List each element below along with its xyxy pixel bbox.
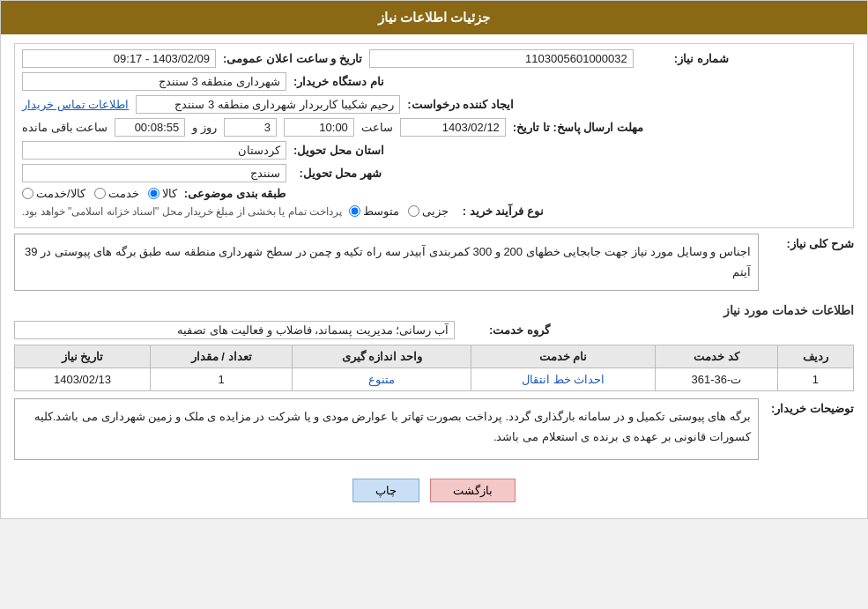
description-label: شرح کلی نیاز: <box>766 237 854 250</box>
col-unit: واحد اندازه گیری <box>293 345 471 368</box>
back-button[interactable]: بازگشت <box>430 479 516 502</box>
purchase-type-note: پرداخت تمام یا بخشی از مبلغ خریدار محل "… <box>22 205 342 218</box>
services-table: ردیف کد خدمت نام خدمت واحد اندازه گیری ت… <box>14 345 854 391</box>
announce-date-value: 1403/02/09 - 09:17 <box>22 49 216 68</box>
col-date: تاریخ نیاز <box>15 345 151 368</box>
deadline-time-label: ساعت <box>361 121 393 134</box>
province-value: کردستان <box>22 141 286 160</box>
purchase-type-label: نوع فرآیند خرید : <box>456 204 544 218</box>
services-section-label: اطلاعات خدمات مورد نیاز <box>14 303 854 317</box>
purchase-medium-label: متوسط <box>363 204 399 218</box>
cell-date: 1403/02/13 <box>15 368 151 390</box>
city-label: شهر محل تحویل: <box>293 167 382 180</box>
buttons-row: بازگشت چاپ <box>14 472 854 509</box>
cell-service-name[interactable]: احداث خط انتقال <box>471 368 656 390</box>
page-title: جزئیات اطلاعات نیاز <box>378 10 490 25</box>
deadline-remaining: 00:08:55 <box>115 118 185 137</box>
category-service-label: کالا/خدمت <box>36 187 85 200</box>
description-value: اجناس و وسایل مورد نیاز جهت جابجایی خطها… <box>14 234 759 291</box>
category-goods-service-label: خدمت <box>108 187 139 200</box>
table-row: 1 ت-36-361 احداث خط انتقال متنوع 1 1403/… <box>15 368 854 390</box>
category-radio-group: کالا/خدمت خدمت کالا <box>22 187 177 200</box>
deadline-days-label: روز و <box>192 121 217 134</box>
page-header: جزئیات اطلاعات نیاز <box>1 1 867 34</box>
deadline-date: 1403/02/12 <box>400 118 506 137</box>
category-option-goods-service[interactable]: خدمت <box>94 187 139 200</box>
service-group-label: گروه خدمت: <box>462 323 550 337</box>
col-service-name: نام خدمت <box>471 345 656 368</box>
announce-date-label: تاریخ و ساعت اعلان عمومی: <box>223 52 362 65</box>
creator-contact-link[interactable]: اطلاعات تماس خریدار <box>22 98 129 111</box>
buyer-org-value: شهرداری منطقه 3 سنندج <box>22 72 286 91</box>
category-option-service[interactable]: کالا/خدمت <box>22 187 85 200</box>
deadline-time: 10:00 <box>284 118 354 137</box>
cell-row-num: 1 <box>777 368 853 390</box>
buyer-org-label: نام دستگاه خریدار: <box>293 75 384 88</box>
purchase-partial-label: جزیی <box>422 204 449 218</box>
col-service-code: کد خدمت <box>656 345 778 368</box>
deadline-remaining-label: ساعت باقی مانده <box>22 121 108 134</box>
purchase-type-radio-group: متوسط جزیی <box>349 204 449 218</box>
cell-service-code: ت-36-361 <box>656 368 778 390</box>
city-value: سنندج <box>22 164 286 182</box>
need-number-value: 1103005601000032 <box>369 49 634 68</box>
service-group-value: آب رسانی؛ مدیریت پسماند، فاضلاب و فعالیت… <box>14 321 455 339</box>
category-goods-label: کالا <box>162 187 177 200</box>
cell-quantity: 1 <box>151 368 293 390</box>
col-row-num: ردیف <box>777 345 853 368</box>
purchase-type-medium[interactable]: متوسط <box>349 204 399 218</box>
category-option-goods[interactable]: کالا <box>148 187 177 200</box>
creator-label: ایجاد کننده درخواست: <box>407 98 514 111</box>
category-label: طبقه بندی موضوعی: <box>184 187 286 200</box>
need-number-label: شماره نیاز: <box>641 52 729 65</box>
buyer-notes-value: برگه های پیوستی تکمیل و در سامانه بارگذا… <box>14 398 759 460</box>
col-quantity: تعداد / مقدار <box>151 345 293 368</box>
creator-value: رحیم شکیبا کاربردار شهرداری منطقه 3 سنند… <box>136 95 400 114</box>
deadline-label: مهلت ارسال پاسخ: تا تاریخ: <box>513 121 643 134</box>
deadline-days: 3 <box>224 118 277 137</box>
cell-unit: متنوع <box>293 368 471 390</box>
print-button[interactable]: چاپ <box>352 479 419 502</box>
purchase-type-partial[interactable]: جزیی <box>408 204 449 218</box>
buyer-notes-label: توضیحات خریدار: <box>766 402 854 415</box>
province-label: استان محل تحویل: <box>293 144 384 157</box>
